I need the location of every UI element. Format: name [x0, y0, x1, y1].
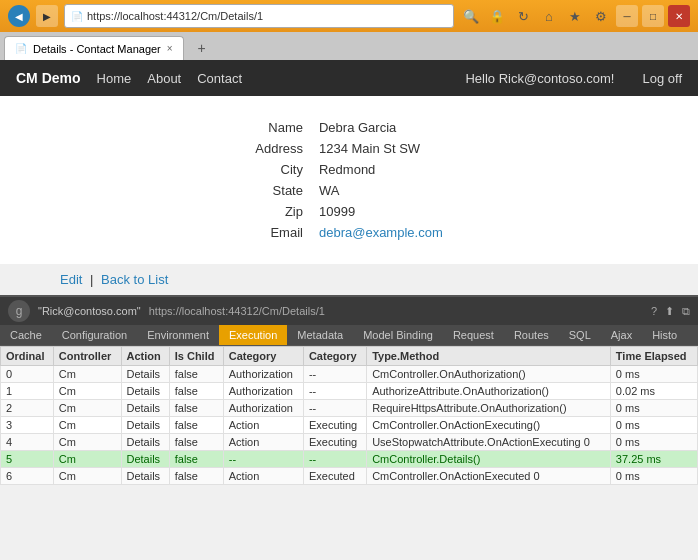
- table-cell: --: [303, 400, 366, 417]
- devtools-tab-environment[interactable]: Environment: [137, 325, 219, 345]
- table-cell: 0: [1, 366, 54, 383]
- table-cell: 0 ms: [610, 400, 697, 417]
- contact-row: Emaildebra@example.com: [251, 223, 446, 242]
- table-cell: RequireHttpsAttribute.OnAuthorization(): [367, 400, 611, 417]
- table-cell: AuthorizeAttribute.OnAuthorization(): [367, 383, 611, 400]
- close-button[interactable]: ✕: [668, 5, 690, 27]
- devtools-avatar: g: [8, 300, 30, 322]
- table-cell: 37.25 ms: [610, 451, 697, 468]
- star-icon[interactable]: ★: [564, 5, 586, 27]
- back-to-list-link[interactable]: Back to List: [101, 272, 168, 287]
- back-button[interactable]: ◀: [8, 5, 30, 27]
- devtools-tab-metadata[interactable]: Metadata: [287, 325, 353, 345]
- browser-icons-right: 🔍 🔒 ↻ ⌂ ★ ⚙ ─ □ ✕: [460, 5, 690, 27]
- data-grid: OrdinalControllerActionIs ChildCategoryC…: [0, 346, 698, 485]
- highlight-cell-link[interactable]: Cm: [59, 453, 76, 465]
- table-cell: --: [223, 451, 303, 468]
- forward-button[interactable]: ▶: [36, 5, 58, 27]
- table-cell: Action: [223, 468, 303, 485]
- nav-brand: CM Demo: [16, 70, 81, 86]
- table-cell: false: [169, 400, 223, 417]
- table-cell: Action: [223, 417, 303, 434]
- column-header: Type.Method: [367, 347, 611, 366]
- devtools-detach[interactable]: ⧉: [682, 305, 690, 318]
- tab-title: Details - Contact Manager: [33, 43, 161, 55]
- new-tab-button[interactable]: +: [188, 36, 216, 60]
- table-cell: --: [303, 383, 366, 400]
- table-cell: CmController.OnActionExecuting(): [367, 417, 611, 434]
- lock-icon: 🔒: [486, 5, 508, 27]
- table-cell: Action: [223, 434, 303, 451]
- devtools-tab-configuration[interactable]: Configuration: [52, 325, 137, 345]
- devtools-tab-routes[interactable]: Routes: [504, 325, 559, 345]
- devtools-tab-request[interactable]: Request: [443, 325, 504, 345]
- table-cell: Details: [121, 417, 169, 434]
- table-cell: 0 ms: [610, 417, 697, 434]
- table-cell: Details: [121, 434, 169, 451]
- devtools-tab-histo[interactable]: Histo: [642, 325, 687, 345]
- column-header: Controller: [53, 347, 121, 366]
- nav-contact[interactable]: Contact: [197, 71, 242, 86]
- highlight-cell-link[interactable]: 37.25 ms: [616, 453, 661, 465]
- table-cell: Authorization: [223, 400, 303, 417]
- address-icon: 📄: [71, 11, 83, 22]
- table-cell: Cm: [53, 451, 121, 468]
- devtools-user: "Rick@contoso.com": [38, 305, 141, 317]
- devtools-help[interactable]: ?: [651, 305, 657, 318]
- contact-row: NameDebra Garcia: [251, 118, 446, 137]
- contact-row: CityRedmond: [251, 160, 446, 179]
- navbar: CM Demo Home About Contact Hello Rick@co…: [0, 60, 698, 96]
- table-cell: 4: [1, 434, 54, 451]
- nav-about[interactable]: About: [147, 71, 181, 86]
- table-cell: Details: [121, 366, 169, 383]
- home-icon[interactable]: ⌂: [538, 5, 560, 27]
- address-bar[interactable]: 📄 https://localhost:44312/Cm/Details/1: [64, 4, 454, 28]
- minimize-button[interactable]: ─: [616, 5, 638, 27]
- table-cell: 6: [1, 468, 54, 485]
- email-link[interactable]: debra@example.com: [319, 225, 443, 240]
- devtools-panel: g "Rick@contoso.com" https://localhost:4…: [0, 295, 698, 485]
- devtools-tab-cache[interactable]: Cache: [0, 325, 52, 345]
- table-cell: Details: [121, 400, 169, 417]
- table-cell: Cm: [53, 468, 121, 485]
- tab-bar: 📄 Details - Contact Manager × +: [0, 32, 698, 60]
- table-row: 3CmDetailsfalseActionExecutingCmControll…: [1, 417, 698, 434]
- table-cell: Details: [121, 468, 169, 485]
- action-links: Edit | Back to List: [0, 264, 698, 295]
- table-cell: false: [169, 468, 223, 485]
- tab-close-button[interactable]: ×: [167, 43, 173, 54]
- nav-user: Hello Rick@contoso.com!: [465, 71, 614, 86]
- table-cell: 1: [1, 383, 54, 400]
- devtools-titlebar: g "Rick@contoso.com" https://localhost:4…: [0, 297, 698, 325]
- nav-home[interactable]: Home: [97, 71, 132, 86]
- table-cell: 0 ms: [610, 434, 697, 451]
- search-icon[interactable]: 🔍: [460, 5, 482, 27]
- devtools-tab-execution[interactable]: Execution: [219, 325, 287, 345]
- devtools-tab-ajax[interactable]: Ajax: [601, 325, 642, 345]
- devtools-tab-model-binding[interactable]: Model Binding: [353, 325, 443, 345]
- highlight-cell-link[interactable]: Details: [127, 453, 161, 465]
- maximize-button[interactable]: □: [642, 5, 664, 27]
- edit-link[interactable]: Edit: [60, 272, 82, 287]
- tab-icon: 📄: [15, 43, 27, 54]
- devtools-tab-sql[interactable]: SQL: [559, 325, 601, 345]
- column-header: Category: [303, 347, 366, 366]
- active-tab[interactable]: 📄 Details - Contact Manager ×: [4, 36, 184, 60]
- highlight-cell-link[interactable]: CmController.Details(): [372, 453, 480, 465]
- table-cell: false: [169, 434, 223, 451]
- devtools-tabs: CacheConfigurationEnvironmentExecutionMe…: [0, 325, 698, 346]
- gear-icon[interactable]: ⚙: [590, 5, 612, 27]
- highlight-cell-link[interactable]: false: [175, 453, 198, 465]
- browser-titlebar: ◀ ▶ 📄 https://localhost:44312/Cm/Details…: [0, 0, 698, 32]
- devtools-actions: ? ⬆ ⧉: [651, 305, 690, 318]
- devtools-expand[interactable]: ⬆: [665, 305, 674, 318]
- table-row: 1CmDetailsfalseAuthorization--AuthorizeA…: [1, 383, 698, 400]
- table-row: 0CmDetailsfalseAuthorization--CmControll…: [1, 366, 698, 383]
- refresh-icon[interactable]: ↻: [512, 5, 534, 27]
- execution-table: OrdinalControllerActionIs ChildCategoryC…: [0, 346, 698, 485]
- table-row: 5CmDetailsfalse----CmController.Details(…: [1, 451, 698, 468]
- table-cell: CmController.OnAuthorization(): [367, 366, 611, 383]
- table-cell: false: [169, 451, 223, 468]
- table-cell: 3: [1, 417, 54, 434]
- nav-logout[interactable]: Log off: [642, 71, 682, 86]
